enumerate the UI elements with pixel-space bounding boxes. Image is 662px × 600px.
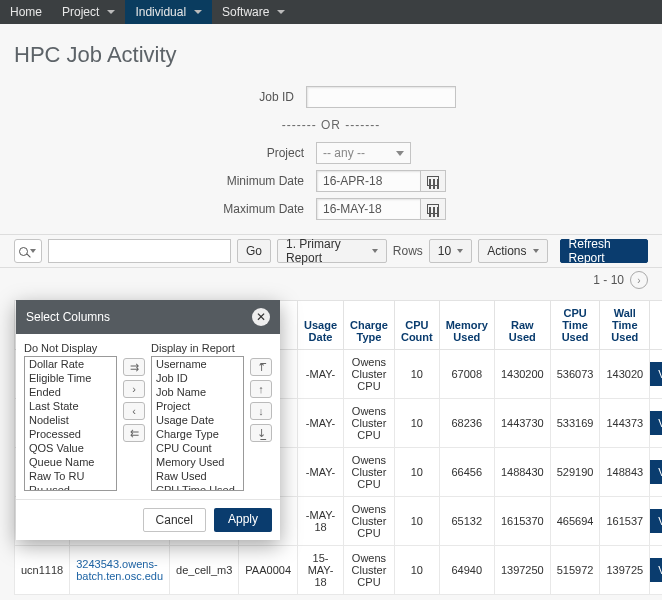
job-link[interactable]: 3243543.owens-batch.ten.osc.edu xyxy=(76,558,163,582)
next-page-button[interactable]: › xyxy=(630,271,648,289)
chevron-down-icon xyxy=(457,249,463,253)
move-all-left-button[interactable]: ⇇ xyxy=(123,424,145,442)
nav-individual[interactable]: Individual xyxy=(125,0,212,24)
cancel-button[interactable]: Cancel xyxy=(143,508,206,532)
view-add-note-button[interactable]: View/Add Note xyxy=(650,362,662,386)
col-header[interactable]: Charge Type xyxy=(344,301,395,350)
dialog-title: Select Columns xyxy=(26,310,110,324)
chevron-down-icon xyxy=(30,249,36,253)
page-title: HPC Job Activity xyxy=(0,24,662,80)
list-item[interactable]: Usage Date xyxy=(152,413,243,427)
do-not-display-list[interactable]: Dollar RateEligible TimeEndedLast StateN… xyxy=(24,356,117,491)
nav-software[interactable]: Software xyxy=(212,0,295,24)
list-item[interactable]: Dollar Rate xyxy=(25,357,116,371)
list-item[interactable]: CPU Count xyxy=(152,441,243,455)
go-button[interactable]: Go xyxy=(237,239,271,263)
move-right-button[interactable]: › xyxy=(123,380,145,398)
move-up-button[interactable]: ↑ xyxy=(250,380,272,398)
job-id-input[interactable] xyxy=(306,86,456,108)
chevron-down-icon xyxy=(277,10,285,14)
select-columns-dialog: Select Columns ✕ Do Not Display Dollar R… xyxy=(16,300,280,540)
col-header[interactable]: Wall Time Used xyxy=(600,301,650,350)
project-value: -- any -- xyxy=(323,146,365,160)
list-item[interactable]: Ru used xyxy=(25,483,116,491)
top-nav: HomeProjectIndividualSoftware xyxy=(0,0,662,24)
refresh-report-button[interactable]: Refresh Report xyxy=(560,239,648,263)
chevron-down-icon xyxy=(107,10,115,14)
col-header[interactable]: CPU Time Used xyxy=(550,301,600,350)
list-item[interactable]: Processed xyxy=(25,427,116,441)
display-in-report-label: Display in Report xyxy=(151,342,244,354)
min-date-input[interactable] xyxy=(316,170,421,192)
nav-project[interactable]: Project xyxy=(52,0,125,24)
list-item[interactable]: Project xyxy=(152,399,243,413)
calendar-icon xyxy=(427,204,439,214)
rows-select[interactable]: 10 xyxy=(429,239,472,263)
list-item[interactable]: Ended xyxy=(25,385,116,399)
list-item[interactable]: CPU Time Used xyxy=(152,483,243,491)
move-all-right-button[interactable]: ⇉ xyxy=(123,358,145,376)
or-divider: ------- OR ------- xyxy=(14,114,648,136)
rows-label: Rows xyxy=(393,244,423,258)
display-in-report-list[interactable]: UsernameJob IDJob NameProjectUsage DateC… xyxy=(151,356,244,491)
col-header[interactable] xyxy=(650,301,662,350)
view-add-note-button[interactable]: View/Add Note xyxy=(650,460,662,484)
apply-button[interactable]: Apply xyxy=(214,508,272,532)
search-icon xyxy=(19,247,28,256)
view-add-note-button[interactable]: View/Add Note xyxy=(650,509,662,533)
list-item[interactable]: Last State xyxy=(25,399,116,413)
search-menu-button[interactable] xyxy=(14,239,42,263)
chevron-down-icon xyxy=(372,249,378,253)
col-header[interactable]: CPU Count xyxy=(394,301,439,350)
min-date-label: Minimum Date xyxy=(86,174,316,188)
list-item[interactable]: Raw Used xyxy=(152,469,243,483)
calendar-icon xyxy=(427,176,439,186)
list-item[interactable]: Eligible Time xyxy=(25,371,116,385)
nav-home[interactable]: Home xyxy=(0,0,52,24)
list-item[interactable]: Job ID xyxy=(152,371,243,385)
table-row: ucn11183243543.owens-batch.ten.osc.edude… xyxy=(15,546,663,595)
report-toolbar: Go 1. Primary Report Rows 10 Actions Ref… xyxy=(0,234,662,268)
list-item[interactable]: QOS Value xyxy=(25,441,116,455)
move-down-button[interactable]: ↓ xyxy=(250,402,272,420)
close-icon[interactable]: ✕ xyxy=(252,308,270,326)
list-item[interactable]: Nodelist xyxy=(25,413,116,427)
list-item[interactable]: Raw To RU xyxy=(25,469,116,483)
pager-range: 1 - 10 xyxy=(593,273,624,287)
list-item[interactable]: Job Name xyxy=(152,385,243,399)
max-date-picker-button[interactable] xyxy=(421,198,446,220)
list-item[interactable]: Username xyxy=(152,357,243,371)
pager: 1 - 10 › xyxy=(593,271,648,289)
list-item[interactable]: Memory Used xyxy=(152,455,243,469)
col-header[interactable]: Usage Date xyxy=(298,301,344,350)
project-label: Project xyxy=(86,146,316,160)
list-item[interactable]: Queue Name xyxy=(25,455,116,469)
move-bottom-button[interactable]: ↓̲ xyxy=(250,424,272,442)
list-item[interactable]: Charge Type xyxy=(152,427,243,441)
job-id-label: Job ID xyxy=(76,90,306,104)
view-add-note-button[interactable]: View/Add Note xyxy=(650,411,662,435)
search-form: Job ID ------- OR ------- Project -- any… xyxy=(0,86,662,234)
min-date-picker-button[interactable] xyxy=(421,170,446,192)
col-header[interactable]: Raw Used xyxy=(494,301,550,350)
max-date-input[interactable] xyxy=(316,198,421,220)
move-top-button[interactable]: ↑̅ xyxy=(250,358,272,376)
chevron-down-icon xyxy=(533,249,539,253)
chevron-down-icon xyxy=(194,10,202,14)
do-not-display-label: Do Not Display xyxy=(24,342,117,354)
actions-menu[interactable]: Actions xyxy=(478,239,547,263)
search-input[interactable] xyxy=(48,239,231,263)
view-add-note-button[interactable]: View/Add Note xyxy=(650,558,662,582)
max-date-label: Maximum Date xyxy=(86,202,316,216)
chevron-down-icon xyxy=(396,151,404,156)
project-select[interactable]: -- any -- xyxy=(316,142,411,164)
move-left-button[interactable]: ‹ xyxy=(123,402,145,420)
col-header[interactable]: Memory Used xyxy=(439,301,494,350)
report-select[interactable]: 1. Primary Report xyxy=(277,239,387,263)
